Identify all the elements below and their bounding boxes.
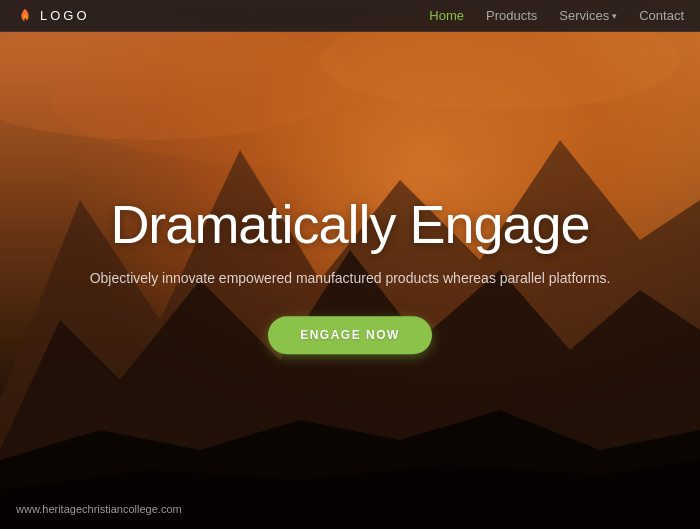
nav-products[interactable]: Products xyxy=(486,8,537,23)
footer-url: www.heritagechristiancollege.com xyxy=(16,503,182,515)
logo-area: LOGO xyxy=(16,7,429,25)
navbar: LOGO Home Products Services ▾ Contact xyxy=(0,0,700,32)
hero-section: LOGO Home Products Services ▾ Contact Dr… xyxy=(0,0,700,529)
nav-contact[interactable]: Contact xyxy=(639,8,684,23)
nav-services[interactable]: Services ▾ xyxy=(559,8,617,23)
hero-content: Dramatically Engage Objectively innovate… xyxy=(35,195,665,354)
flame-icon xyxy=(16,7,34,25)
logo-text: LOGO xyxy=(40,8,90,23)
cta-button[interactable]: ENGAGE NOW xyxy=(268,316,432,354)
services-dropdown-arrow: ▾ xyxy=(612,11,617,21)
hero-subtitle: Objectively innovate empowered manufactu… xyxy=(35,270,665,286)
nav-links: Home Products Services ▾ Contact xyxy=(429,8,684,23)
hero-title: Dramatically Engage xyxy=(35,195,665,254)
nav-home[interactable]: Home xyxy=(429,8,464,23)
